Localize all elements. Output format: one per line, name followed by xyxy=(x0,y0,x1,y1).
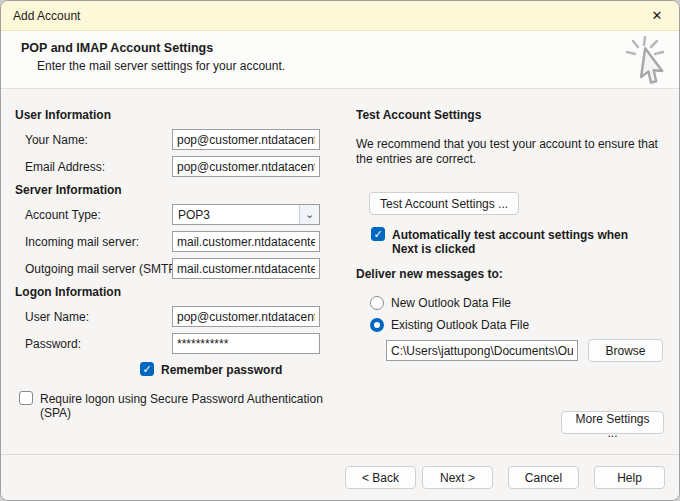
outgoing-server-row: Outgoing mail server (SMTP): xyxy=(15,258,347,279)
right-column: Test Account Settings We recommend that … xyxy=(356,108,668,434)
outgoing-server-label: Outgoing mail server (SMTP): xyxy=(15,262,172,276)
header-title: POP and IMAP Account Settings xyxy=(21,41,679,55)
remember-password-checkbox[interactable]: ✓ xyxy=(140,362,154,376)
account-type-label: Account Type: xyxy=(15,208,172,222)
password-input[interactable] xyxy=(172,333,320,354)
account-type-value: POP3 xyxy=(173,208,210,222)
auto-test-label: Automatically test account settings when… xyxy=(392,227,642,256)
dialog-body: User Information Your Name: Email Addres… xyxy=(1,90,679,454)
username-label: User Name: xyxy=(15,310,172,324)
footer: < Back Next > Cancel Help xyxy=(1,454,679,500)
your-name-label: Your Name: xyxy=(15,133,172,147)
incoming-server-row: Incoming mail server: xyxy=(15,231,347,252)
browse-button[interactable]: Browse xyxy=(588,339,663,362)
email-address-label: Email Address: xyxy=(15,160,172,174)
auto-test-row: ✓ Automatically test account settings wh… xyxy=(371,227,668,256)
data-file-path-row: Browse xyxy=(386,339,668,362)
section-logon-information: Logon Information xyxy=(15,285,347,299)
check-icon: ✓ xyxy=(142,364,151,375)
cancel-button[interactable]: Cancel xyxy=(508,466,579,489)
section-user-information: User Information xyxy=(15,108,347,122)
incoming-server-input[interactable] xyxy=(172,231,320,252)
left-column: User Information Your Name: Email Addres… xyxy=(15,108,347,420)
username-input[interactable] xyxy=(172,306,320,327)
outgoing-server-input[interactable] xyxy=(172,258,320,279)
titlebar: Add Account ✕ xyxy=(1,1,679,31)
add-account-dialog: Add Account ✕ POP and IMAP Account Setti… xyxy=(0,0,680,501)
test-settings-description: We recommend that you test your account … xyxy=(356,137,658,167)
incoming-server-label: Incoming mail server: xyxy=(15,235,172,249)
remember-password-label: Remember password xyxy=(161,362,282,377)
section-deliver-new-messages: Deliver new messages to: xyxy=(356,267,668,281)
spa-row: Require logon using Secure Password Auth… xyxy=(19,391,349,420)
account-type-select[interactable]: POP3 ⌄ xyxy=(172,204,320,225)
wizard-header: POP and IMAP Account Settings Enter the … xyxy=(1,31,679,89)
more-settings-button[interactable]: More Settings ... xyxy=(561,411,664,434)
spa-label: Require logon using Secure Password Auth… xyxy=(40,391,340,420)
chevron-down-icon: ⌄ xyxy=(299,205,319,224)
username-row: User Name: xyxy=(15,306,347,327)
password-row: Password: xyxy=(15,333,347,354)
your-name-row: Your Name: xyxy=(15,129,347,150)
your-name-input[interactable] xyxy=(172,129,320,150)
next-button[interactable]: Next > xyxy=(422,466,493,489)
data-file-path-input[interactable] xyxy=(386,340,578,361)
back-button[interactable]: < Back xyxy=(345,466,416,489)
section-test-account-settings: Test Account Settings xyxy=(356,108,668,122)
new-data-file-label: New Outlook Data File xyxy=(391,295,511,310)
window-title: Add Account xyxy=(13,9,80,23)
header-subtitle: Enter the mail server settings for your … xyxy=(37,59,679,73)
account-type-row: Account Type: POP3 ⌄ xyxy=(15,204,347,225)
existing-data-file-row: Existing Outlook Data File xyxy=(370,317,668,332)
test-account-settings-button[interactable]: Test Account Settings ... xyxy=(369,192,519,215)
help-button[interactable]: Help xyxy=(594,466,665,489)
spa-checkbox[interactable] xyxy=(19,391,33,405)
check-icon: ✓ xyxy=(373,229,382,240)
existing-data-file-label: Existing Outlook Data File xyxy=(391,317,529,332)
existing-data-file-radio[interactable] xyxy=(370,318,384,332)
email-address-input[interactable] xyxy=(172,156,320,177)
password-label: Password: xyxy=(15,337,172,351)
new-data-file-radio[interactable] xyxy=(370,296,384,310)
section-server-information: Server Information xyxy=(15,183,347,197)
new-data-file-row: New Outlook Data File xyxy=(370,295,668,310)
email-address-row: Email Address: xyxy=(15,156,347,177)
close-icon: ✕ xyxy=(652,8,663,23)
close-button[interactable]: ✕ xyxy=(635,1,679,30)
auto-test-checkbox[interactable]: ✓ xyxy=(371,227,385,241)
wizard-cursor-icon xyxy=(623,36,667,84)
remember-password-row: ✓ Remember password xyxy=(140,362,347,377)
